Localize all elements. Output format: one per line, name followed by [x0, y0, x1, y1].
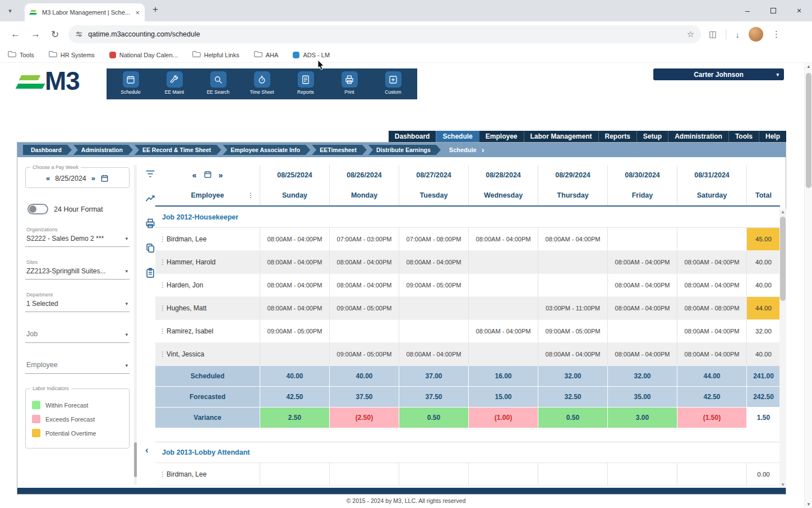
- nav-tab-employee[interactable]: Employee: [479, 131, 524, 143]
- drag-handle-icon[interactable]: ⋮: [159, 327, 166, 335]
- shift-cell[interactable]: 08:00AM - 04:00PM: [607, 343, 677, 365]
- shift-cell[interactable]: 08:00AM - 04:00PM: [468, 320, 538, 342]
- shift-cell[interactable]: 08:00AM - 04:00PM: [329, 274, 399, 296]
- employee-select[interactable]: Employee ▾: [25, 355, 130, 374]
- calendar-icon[interactable]: [100, 174, 109, 182]
- shift-cell[interactable]: [677, 228, 746, 250]
- shift-cell[interactable]: [607, 320, 677, 342]
- drag-handle-icon[interactable]: ⋮: [159, 470, 166, 478]
- next-week-button[interactable]: »: [91, 174, 95, 182]
- job-select[interactable]: Job ▾: [25, 324, 130, 343]
- browser-scrollbar[interactable]: ▲ ▼: [804, 63, 812, 508]
- nav-tab-schedule[interactable]: Schedule: [436, 131, 478, 143]
- shift-cell[interactable]: 08:00AM - 04:00PM: [468, 228, 538, 250]
- department-select[interactable]: Department 1 Selected ▾: [25, 291, 130, 312]
- breadcrumb-item[interactable]: Schedule: [442, 145, 479, 155]
- shift-cell[interactable]: 07:00AM - 03:00PM: [329, 228, 399, 250]
- minimize-button[interactable]: –: [735, 0, 760, 21]
- nav-tab-dashboard[interactable]: Dashboard: [389, 131, 436, 143]
- shift-cell[interactable]: 08:00AM - 04:00PM: [399, 343, 468, 365]
- shift-cell[interactable]: 08:00AM - 04:00PM: [260, 297, 329, 319]
- shift-cell[interactable]: 09:00AM - 05:00PM: [399, 274, 468, 296]
- shift-cell[interactable]: [677, 463, 746, 486]
- breadcrumb-item[interactable]: Dashboard: [23, 145, 72, 155]
- shift-cell[interactable]: 08:00AM - 04:00PM: [260, 274, 329, 296]
- employee-cell[interactable]: ⋮Vint, Jessica: [155, 343, 260, 365]
- toolbar-time-sheet-button[interactable]: Time Sheet: [241, 71, 283, 95]
- scroll-down-icon[interactable]: ▼: [805, 502, 812, 507]
- employee-cell[interactable]: ⋮Ramirez, Isabel: [155, 320, 260, 342]
- bookmark-star-icon[interactable]: ☆: [687, 29, 694, 39]
- shift-cell[interactable]: [399, 297, 468, 319]
- shift-cell[interactable]: 08:00AM - 04:00PM: [260, 228, 329, 250]
- browser-tab[interactable]: M3 Labor Management | Sche... ×: [25, 3, 145, 21]
- shift-cell[interactable]: [468, 297, 538, 319]
- shift-cell[interactable]: [399, 463, 468, 486]
- toolbar-reports-button[interactable]: Reports: [284, 71, 327, 95]
- shift-cell[interactable]: [399, 320, 468, 342]
- shift-cell[interactable]: [468, 463, 538, 486]
- bookmark-item[interactable]: AHA: [254, 50, 279, 60]
- back-icon[interactable]: ←: [11, 29, 20, 40]
- bookmark-item[interactable]: Helpful Links: [192, 50, 239, 60]
- shift-cell[interactable]: 07:00AM - 08:00PM: [399, 228, 468, 250]
- shift-cell[interactable]: 09:00AM - 05:00PM: [260, 320, 329, 342]
- side-panel-icon[interactable]: ◫: [709, 29, 717, 39]
- shift-cell[interactable]: 08:00AM - 04:00PM: [607, 274, 677, 296]
- shift-cell[interactable]: 08:00AM - 04:00PM: [260, 251, 329, 273]
- shift-cell[interactable]: 08:00AM - 04:00PM: [607, 297, 677, 319]
- sidebar-scrollbar-track[interactable]: [134, 165, 137, 485]
- sites-select[interactable]: Sites ZZ2123-Springhill Suites... ▾: [25, 259, 130, 280]
- shift-cell[interactable]: 09:00AM - 05:00PM: [329, 297, 399, 319]
- shift-cell[interactable]: [329, 320, 399, 342]
- shift-cell[interactable]: [607, 228, 677, 250]
- breadcrumb-item[interactable]: EE Record & Time Sheet: [135, 145, 221, 155]
- breadcrumb-item[interactable]: Employee Associate Info: [223, 145, 310, 155]
- breadcrumb-item[interactable]: EETimesheet: [312, 145, 367, 155]
- nav-tab-administration[interactable]: Administration: [668, 131, 728, 143]
- toolbar-custom-button[interactable]: Custom: [372, 71, 414, 95]
- prev-week-button[interactable]: «: [46, 174, 50, 182]
- nav-tab-reports[interactable]: Reports: [598, 131, 636, 143]
- toolbar-ee-search-button[interactable]: EE Search: [197, 71, 239, 95]
- download-icon[interactable]: ↓: [735, 30, 740, 39]
- shift-cell[interactable]: [329, 463, 399, 486]
- drag-handle-icon[interactable]: ⋮: [159, 304, 166, 312]
- shift-cell[interactable]: 08:00AM - 04:00PM: [607, 251, 677, 273]
- copy-icon[interactable]: [145, 242, 156, 254]
- toolbar-ee-maint-button[interactable]: EE Maint: [153, 71, 196, 95]
- print-icon[interactable]: [145, 218, 156, 229]
- shift-cell[interactable]: [607, 463, 677, 486]
- drag-handle-icon[interactable]: ⋮: [159, 350, 166, 358]
- shift-cell[interactable]: 03:00PM - 11:00PM: [538, 297, 607, 319]
- toolbar-schedule-button[interactable]: Schedule: [109, 71, 152, 95]
- shift-cell[interactable]: [538, 251, 607, 273]
- nav-tab-setup[interactable]: Setup: [636, 131, 668, 143]
- shift-cell[interactable]: [468, 274, 538, 296]
- shift-cell[interactable]: [260, 343, 329, 365]
- url-text[interactable]: qatime.m3accounting.com/schedule: [88, 30, 687, 38]
- employee-cell[interactable]: ⋮Birdman, Lee: [155, 463, 260, 486]
- forward-icon[interactable]: →: [31, 29, 40, 40]
- tab-close-icon[interactable]: ×: [135, 8, 140, 17]
- browser-scrollbar-thumb[interactable]: [806, 73, 811, 188]
- profile-avatar[interactable]: [749, 27, 763, 42]
- shift-cell[interactable]: 08:00AM - 04:00PM: [329, 251, 399, 273]
- organizations-select[interactable]: Organizations S2222 - Sales Demo 2 *** ▾: [25, 226, 130, 247]
- hour-format-toggle[interactable]: [27, 204, 48, 214]
- bookmark-item[interactable]: ADS - LM: [293, 52, 330, 58]
- maximize-button[interactable]: [760, 0, 786, 21]
- refresh-icon[interactable]: ↻: [51, 29, 59, 40]
- pay-week-value[interactable]: 8/25/2024: [55, 175, 86, 182]
- clipboard-icon[interactable]: [145, 267, 156, 278]
- drag-handle-icon[interactable]: ⋮: [159, 235, 166, 243]
- breadcrumb-item[interactable]: Administration: [73, 145, 133, 155]
- filter-icon[interactable]: [145, 168, 156, 180]
- nav-tab-tools[interactable]: Tools: [728, 131, 759, 143]
- toolbar-print-button[interactable]: Print: [328, 71, 371, 95]
- scroll-up-icon[interactable]: ▲: [805, 64, 812, 69]
- drag-handle-icon[interactable]: ⋮: [159, 281, 166, 289]
- shift-cell[interactable]: 08:00AM - 04:00PM: [538, 228, 607, 250]
- shift-cell[interactable]: [468, 251, 538, 273]
- shift-cell[interactable]: 09:00AM - 05:00PM: [538, 320, 607, 342]
